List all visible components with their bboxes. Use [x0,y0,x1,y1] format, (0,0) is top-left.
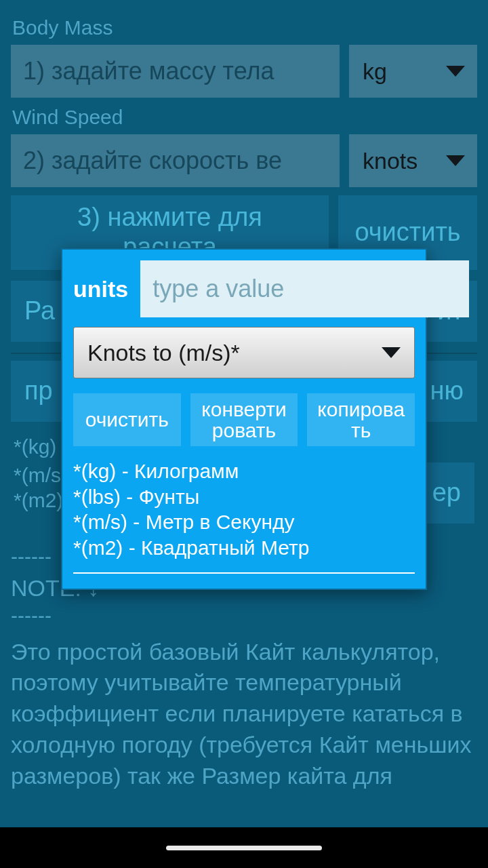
modal-legend-underline [73,570,415,574]
units-value-input[interactable] [140,260,469,317]
system-nav-bar [0,827,488,868]
modal-copy-button[interactable]: копирова ть [307,393,415,446]
modal-legend-line: *(m2) - Квадратный Метр [73,535,415,561]
units-conversion-value: Knots to (m/s)* [87,340,240,366]
chevron-down-icon [382,347,401,358]
units-conversion-select[interactable]: Knots to (m/s)* [73,327,415,378]
modal-legend: *(kg) - Килограмм *(lbs) - Фунты *(m/s) … [73,458,415,578]
units-modal-label: units [73,276,128,302]
units-modal: units Knots to (m/s)* очистить конверти … [61,248,427,590]
home-indicator[interactable] [166,846,322,850]
modal-backdrop[interactable]: units Knots to (m/s)* очистить конверти … [0,0,488,868]
modal-legend-line: *(lbs) - Фунты [73,484,415,510]
modal-legend-line: *(kg) - Килограмм [73,458,415,484]
modal-convert-button[interactable]: конверти ровать [190,393,298,446]
modal-clear-button[interactable]: очистить [73,393,181,446]
modal-legend-line: *(m/s) - Метр в Секунду [73,509,415,535]
